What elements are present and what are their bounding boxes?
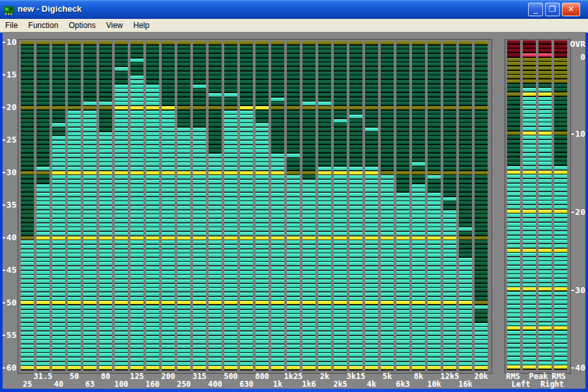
left-scale-tick: -45: [1, 265, 16, 275]
meter-scale-tick: -30: [566, 285, 585, 295]
freq-label-40: 40: [44, 380, 73, 389]
meter-peak-right: [538, 40, 551, 370]
spectrum-bar-6k3: [396, 41, 409, 371]
spectrum-bar-31.5: [37, 41, 50, 371]
meter-scale-tick: -40: [566, 363, 585, 372]
left-scale-tick: -20: [1, 102, 16, 112]
spectrum-bar-50: [68, 41, 81, 371]
spectrum-bar-125: [130, 41, 143, 371]
spectrum-bar-1k: [271, 41, 284, 371]
freq-label-6k3: 6k3: [389, 380, 417, 389]
freq-label-100: 100: [107, 380, 136, 389]
spectrum-bar-8k: [412, 41, 425, 371]
digicheck-window: new - Digicheck _ ❐ ✕ FileFunctionOption…: [0, 0, 588, 392]
spectrum-bar-2k: [318, 41, 331, 371]
left-scale-tick: -50: [1, 298, 16, 307]
meter-label-left: Left: [505, 380, 537, 389]
left-scale-tick: -35: [1, 200, 16, 210]
freq-label-25: 25: [13, 380, 42, 389]
spectrum-bar-315: [193, 41, 206, 371]
spectrum-bar-5k: [381, 41, 394, 371]
spectrum-bar-16k: [459, 41, 472, 371]
spectrum-bar-400: [209, 41, 222, 371]
spectrum-bar-250: [177, 41, 190, 371]
freq-label-250: 250: [169, 380, 198, 389]
left-scale-tick: -30: [1, 167, 16, 177]
left-scale-tick: -15: [1, 70, 16, 79]
spectrum-bar-160: [146, 41, 159, 371]
spectrum-bar-80: [99, 41, 112, 371]
freq-label-1k: 1k: [263, 380, 292, 389]
freq-label-16k: 16k: [451, 380, 480, 389]
spectrum-bar-3k15: [349, 41, 362, 371]
meter-peak-left: [523, 40, 536, 370]
left-scale-tick: -25: [1, 135, 16, 145]
meter-rms-right: [554, 40, 567, 370]
spectrum-bar-63: [83, 41, 96, 371]
freq-label-4k: 4k: [357, 380, 386, 389]
left-scale-tick: -40: [1, 232, 16, 242]
left-scale-tick: -60: [1, 363, 16, 372]
spectrum-bar-1k6: [302, 41, 316, 371]
spectrum-bar-10k: [428, 41, 441, 371]
meter-label-right: Right: [536, 380, 568, 389]
spectrum-bar-20k: [475, 41, 488, 371]
freq-label-63: 63: [76, 380, 104, 389]
spectrum-bar-4k: [365, 41, 378, 371]
spectrum-bar-2k5: [334, 41, 347, 371]
spectrum-bar-12k5: [443, 41, 456, 371]
spectrum-bar-40: [52, 41, 65, 371]
spectrum-bar-200: [162, 41, 175, 371]
meter-scale-tick: 0: [566, 52, 585, 62]
meter-rms-left: [507, 40, 520, 370]
meter-scale-tick: -10: [566, 129, 585, 139]
freq-label-1k6: 1k6: [295, 380, 323, 389]
freq-label-630: 630: [232, 380, 261, 389]
spectrum-bar-800: [256, 41, 269, 371]
spectrum-bar-25: [21, 41, 34, 371]
meter-scale-tick: -20: [566, 207, 585, 217]
spectrum-bar-1k25: [287, 41, 300, 371]
freq-label-160: 160: [138, 380, 167, 389]
left-scale-tick: -55: [1, 330, 16, 340]
spectrum-bar-630: [240, 41, 253, 371]
freq-label-20k: 20k: [467, 372, 495, 381]
freq-label-2k5: 2k5: [326, 380, 355, 389]
freq-label-400: 400: [201, 380, 229, 389]
left-scale-tick: -10: [1, 37, 16, 47]
spectrum-bar-500: [224, 41, 237, 371]
freq-label-10k: 10k: [420, 380, 448, 389]
spectrum-bar-100: [115, 41, 128, 371]
meter-scale-tick: OVR: [566, 39, 585, 49]
